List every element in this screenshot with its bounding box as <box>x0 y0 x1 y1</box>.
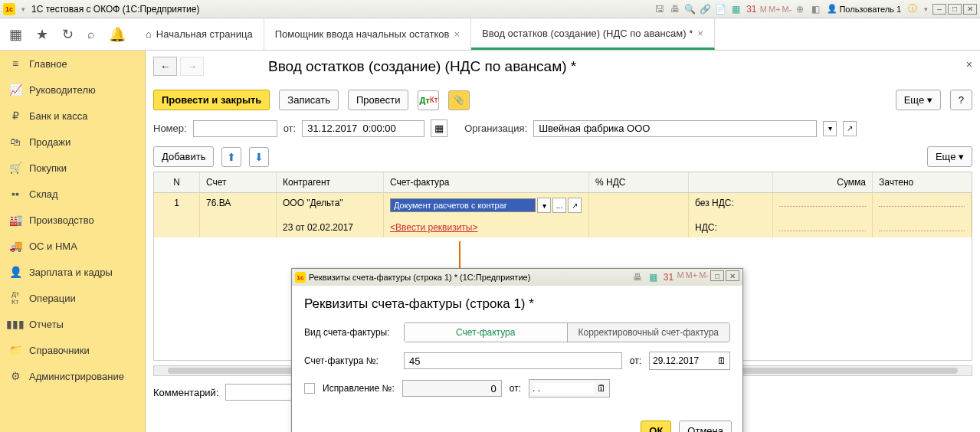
calc-icon[interactable]: ▦ <box>646 270 660 284</box>
info-icon[interactable]: ⓘ <box>906 2 919 16</box>
m-icon[interactable]: M <box>677 270 683 284</box>
help-button[interactable]: ? <box>950 90 972 110</box>
sidebar-item-production[interactable]: 🏭Производство <box>0 207 145 233</box>
tab-helper[interactable]: Помощник ввода начальных остатков × <box>264 18 471 50</box>
cell-counterparty-bot: 23 от 02.02.2017 <box>277 218 384 237</box>
person-icon: 👤 <box>9 266 21 278</box>
fix-num-input[interactable] <box>402 380 502 397</box>
m-plus-icon[interactable]: M+ <box>686 270 698 284</box>
tab-entry-close[interactable]: × <box>697 28 703 39</box>
sidebar-item-stock[interactable]: ▪▪Склад <box>0 181 145 207</box>
star-icon[interactable]: ★ <box>36 26 48 43</box>
record-button[interactable]: Записать <box>279 90 339 110</box>
apps-icon[interactable]: ▦ <box>9 26 22 43</box>
dropdown-icon[interactable]: ▾ <box>21 5 25 13</box>
tab-entry[interactable]: Ввод остатков (создание) (НДС по авансам… <box>471 18 715 50</box>
m-minus-icon[interactable]: M- <box>782 5 792 14</box>
calendar-icon[interactable]: 31 <box>745 2 759 16</box>
move-up[interactable]: ⬆ <box>221 147 241 167</box>
sidebar-item-catalogs[interactable]: 📁Справочники <box>0 337 145 363</box>
cell-paid-bot <box>873 218 972 237</box>
copy-icon[interactable]: 📄 <box>714 2 728 16</box>
calendar-icon[interactable]: 31 <box>661 270 675 284</box>
bell-icon[interactable]: 🔔 <box>109 26 126 43</box>
ok-button[interactable]: ОК <box>641 421 671 432</box>
dialog-close[interactable]: ✕ <box>726 270 739 281</box>
user-label[interactable]: 👤 Пользователь 1 <box>827 4 901 14</box>
invoice-dropdown[interactable]: ▾ <box>537 198 551 213</box>
invoice-input[interactable] <box>390 198 536 212</box>
date-input[interactable] <box>302 120 424 137</box>
fix-from-label: от: <box>510 383 521 394</box>
opt-corrective[interactable]: Корректировочный счет-фактура <box>567 323 730 342</box>
sidebar-item-assets[interactable]: 🚚ОС и НМА <box>0 233 145 259</box>
fix-date-input[interactable]: 🗓 <box>529 379 610 398</box>
print-icon[interactable]: 🖶 <box>668 2 682 16</box>
cancel-button[interactable]: Отмена <box>679 421 732 432</box>
cell-invoice-link[interactable]: <Ввести реквизиты> <box>384 218 589 237</box>
col-account: Счет <box>200 172 277 192</box>
m-icon[interactable]: M <box>760 5 767 14</box>
calendar-icon[interactable]: 🗓 <box>597 383 606 394</box>
sidebar-item-bank[interactable]: ₽Банк и касса <box>0 103 145 129</box>
comment-input[interactable] <box>225 384 302 401</box>
post-and-close-button[interactable]: Провести и закрыть <box>153 90 270 110</box>
table-more-button[interactable]: Еще ▾ <box>927 146 972 167</box>
calc-icon[interactable]: ▦ <box>729 2 743 16</box>
stock-icon: ▪▪ <box>9 188 21 200</box>
invoice-num-input[interactable] <box>404 352 622 369</box>
opt-invoice[interactable]: Счет-фактура <box>405 323 567 342</box>
org-dropdown[interactable]: ▾ <box>823 121 837 136</box>
save-icon[interactable]: 🖫 <box>653 2 667 16</box>
calendar-btn[interactable]: ▦ <box>431 119 447 137</box>
org-input[interactable] <box>533 120 817 137</box>
sidebar-item-label: Операции <box>29 293 76 304</box>
sidebar-item-hr[interactable]: 👤Зарплата и кадры <box>0 259 145 285</box>
search-icon[interactable]: ⌕ <box>87 28 95 41</box>
close-button[interactable]: ✕ <box>963 4 977 15</box>
tab-home[interactable]: ⌂ Начальная страница <box>135 18 264 50</box>
sidebar-item-operations[interactable]: ДтКтОперации <box>0 285 145 311</box>
sidebar-item-sales[interactable]: 🛍Продажи <box>0 129 145 155</box>
post-button[interactable]: Провести <box>348 90 409 110</box>
table-row[interactable]: 1 76.ВА ООО "Дельта" ▾ ... ↗ без НДС: <box>154 193 972 218</box>
add-row-button[interactable]: Добавить <box>153 146 214 167</box>
history-icon[interactable]: ↻ <box>62 26 74 43</box>
dialog-maximize[interactable]: □ <box>710 270 724 281</box>
sidebar-item-label: Администрирование <box>29 371 124 382</box>
search-ext-icon[interactable]: 🔍 <box>683 2 697 16</box>
tab-helper-close[interactable]: × <box>454 28 460 40</box>
invoice-select[interactable]: ... <box>552 198 566 213</box>
link-icon[interactable]: 🔗 <box>699 2 713 16</box>
minimize-button[interactable]: – <box>932 4 946 15</box>
page-close[interactable]: × <box>966 58 972 70</box>
type-toggle: Счет-фактура Корректировочный счет-факту… <box>404 322 730 342</box>
fix-checkbox[interactable] <box>304 383 315 394</box>
calendar-icon[interactable]: 🗓 <box>717 355 726 366</box>
move-down[interactable]: ⬇ <box>249 147 269 167</box>
number-label: Номер: <box>153 123 187 134</box>
from-label: от: <box>284 123 297 134</box>
sidebar-item-manager[interactable]: 📈Руководителю <box>0 77 145 103</box>
org-open[interactable]: ↗ <box>843 121 857 136</box>
nav-back[interactable]: ← <box>153 57 177 76</box>
dk-button[interactable]: ДтКт <box>418 90 439 110</box>
number-input[interactable] <box>193 120 277 137</box>
more-button[interactable]: Еще ▾ <box>896 90 941 110</box>
m-minus-icon[interactable]: M- <box>699 270 709 284</box>
sidebar-item-purchases[interactable]: 🛒Покупки <box>0 155 145 181</box>
sidebar-item-main[interactable]: ≡Главное <box>0 51 145 77</box>
sidebar-item-reports[interactable]: ▮▮▮Отчеты <box>0 311 145 337</box>
sidebar-item-admin[interactable]: ⚙Администрирование <box>0 363 145 389</box>
info-dropdown-icon[interactable]: ▾ <box>924 5 928 13</box>
print-icon[interactable]: 🖶 <box>631 270 644 284</box>
invoice-open[interactable]: ↗ <box>568 198 582 213</box>
zoom-icon[interactable]: ⊕ <box>793 2 807 16</box>
table-row[interactable]: 23 от 02.02.2017 <Ввести реквизиты> НДС: <box>154 218 972 237</box>
panel-icon[interactable]: ◧ <box>808 2 822 16</box>
m-plus-icon[interactable]: M+ <box>769 5 781 14</box>
attach-button[interactable]: 📎 <box>448 90 470 110</box>
maximize-button[interactable]: □ <box>948 4 962 15</box>
nav-fwd[interactable]: → <box>180 57 204 76</box>
invoice-date-input[interactable]: 🗓 <box>649 352 730 370</box>
